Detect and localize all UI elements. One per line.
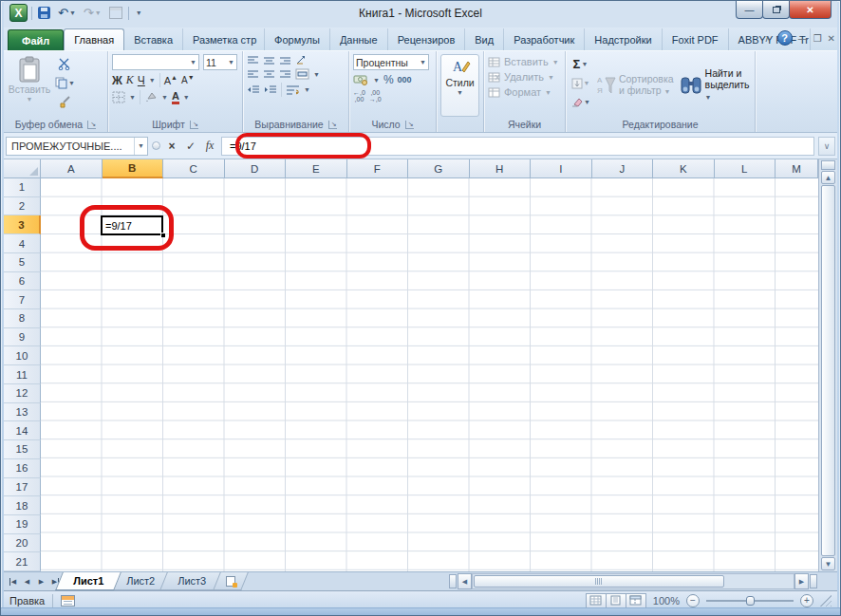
horizontal-scroll-thumb[interactable]: [474, 575, 724, 588]
row-header-11[interactable]: 11: [4, 365, 41, 384]
font-name-combobox[interactable]: ▼: [112, 54, 199, 70]
format-cells-button[interactable]: Формат▼: [488, 86, 561, 98]
prev-sheet-button[interactable]: ◀: [21, 575, 33, 588]
minimize-button[interactable]: —: [736, 1, 763, 19]
column-header-G[interactable]: G: [408, 159, 470, 178]
row-header-4[interactable]: 4: [4, 234, 41, 253]
page-break-view-button[interactable]: [626, 593, 646, 608]
tab-Разработчик[interactable]: Разработчик: [504, 28, 585, 50]
increase-decimal-button[interactable]: ←,0,00: [353, 89, 365, 103]
workbook-minimize-icon[interactable]: —: [798, 33, 808, 44]
paste-button[interactable]: Вставить ▼: [8, 54, 51, 117]
tab-Вставка[interactable]: Вставка: [124, 28, 183, 50]
row-header-3[interactable]: 3: [4, 215, 41, 234]
row-header-14[interactable]: 14: [4, 421, 41, 440]
clear-button[interactable]: ▼: [570, 94, 591, 110]
dialog-launcher-icon[interactable]: ↘: [87, 121, 96, 129]
row-header-17[interactable]: 17: [4, 478, 41, 497]
decrease-decimal-button[interactable]: ,00→,0: [369, 89, 382, 103]
resize-grip[interactable]: [820, 595, 832, 607]
macro-record-icon[interactable]: [61, 595, 75, 607]
row-header-16[interactable]: 16: [4, 459, 41, 478]
row-header-6[interactable]: 6: [4, 272, 41, 291]
align-middle-icon[interactable]: [263, 55, 275, 65]
sort-filter-button[interactable]: АЯ Сортировкаи фильтр ▼: [597, 54, 674, 117]
column-header-J[interactable]: J: [592, 159, 654, 178]
delete-cells-button[interactable]: Удалить▼: [488, 71, 561, 83]
close-button[interactable]: ✕: [789, 1, 832, 19]
row-header-19[interactable]: 19: [4, 515, 41, 534]
zoom-out-icon[interactable]: −: [686, 594, 700, 607]
expand-formula-bar-icon[interactable]: ∨: [818, 137, 835, 156]
column-header-F[interactable]: F: [347, 159, 409, 178]
find-select-button[interactable]: Найти ивыделить ▼: [680, 54, 751, 117]
tab-Вид[interactable]: Вид: [465, 28, 504, 50]
comma-style-button[interactable]: 000: [398, 75, 412, 84]
column-header-M[interactable]: M: [776, 159, 818, 178]
tab-Разметка стр[interactable]: Разметка стр: [183, 28, 265, 50]
fill-button[interactable]: ▼: [570, 75, 591, 91]
italic-button[interactable]: К: [126, 73, 134, 87]
orientation-icon[interactable]: [295, 54, 308, 65]
grow-font-button[interactable]: А▲: [164, 74, 178, 86]
increase-indent-icon[interactable]: [264, 84, 277, 95]
name-box-dropdown-icon[interactable]: ▼: [134, 138, 147, 155]
column-header-H[interactable]: H: [470, 159, 532, 178]
row-header-13[interactable]: 13: [4, 403, 41, 422]
workbook-restore-icon[interactable]: ❐: [813, 33, 822, 44]
align-bottom-icon[interactable]: [279, 55, 291, 65]
horizontal-scrollbar[interactable]: [472, 572, 794, 590]
tab-Данные[interactable]: Данные: [330, 28, 388, 50]
row-header-20[interactable]: 20: [4, 534, 41, 553]
bold-button[interactable]: Ж: [112, 74, 122, 87]
zoom-slider[interactable]: [706, 600, 794, 602]
column-header-B[interactable]: B: [103, 159, 164, 178]
align-center-icon[interactable]: [263, 69, 275, 80]
autosum-button[interactable]: Σ▼: [570, 56, 591, 72]
scroll-up-icon[interactable]: ▲: [821, 171, 835, 184]
tab-file[interactable]: Файл: [8, 29, 64, 50]
next-sheet-button[interactable]: ▶: [35, 575, 47, 588]
formula-input[interactable]: =9/17: [221, 137, 814, 156]
tab-Главная[interactable]: Главная: [64, 28, 124, 50]
column-header-I[interactable]: I: [531, 159, 592, 178]
borders-icon[interactable]: [112, 91, 125, 103]
scroll-right-icon[interactable]: ▶: [794, 573, 809, 589]
row-header-18[interactable]: 18: [4, 496, 41, 515]
active-cell-b3[interactable]: =9/17: [101, 215, 163, 235]
help-icon[interactable]: ?: [777, 30, 793, 46]
insert-function-button[interactable]: fx: [202, 139, 217, 153]
row-header-1[interactable]: 1: [4, 178, 41, 197]
normal-view-button[interactable]: [586, 593, 607, 608]
vertical-scrollbar[interactable]: ▲ ▼: [818, 159, 837, 571]
copy-button[interactable]: ▼: [54, 75, 76, 91]
row-header-15[interactable]: 15: [4, 440, 41, 459]
row-header-12[interactable]: 12: [4, 384, 41, 403]
fill-color-icon[interactable]: [144, 91, 158, 103]
wrap-text-icon[interactable]: [286, 84, 300, 96]
align-right-icon[interactable]: [279, 69, 291, 80]
enter-button[interactable]: ✓: [183, 140, 198, 153]
tab-Рецензиров[interactable]: Рецензиров: [388, 28, 466, 50]
row-header-10[interactable]: 10: [4, 346, 41, 365]
scroll-down-icon[interactable]: ▼: [821, 557, 835, 570]
cancel-button[interactable]: ×: [164, 140, 179, 153]
workbook-close-icon[interactable]: ✕: [828, 33, 835, 44]
column-header-K[interactable]: K: [653, 159, 715, 178]
underline-button[interactable]: Ч: [138, 74, 145, 87]
styles-button[interactable]: A Стили ▼: [440, 54, 479, 117]
percent-style-button[interactable]: %: [383, 73, 394, 86]
restore-button[interactable]: [762, 1, 790, 19]
tab-Надстройки[interactable]: Надстройки: [585, 28, 662, 50]
column-header-E[interactable]: E: [286, 159, 347, 178]
scroll-left-icon[interactable]: ◀: [458, 573, 472, 589]
align-top-icon[interactable]: [247, 55, 259, 65]
decrease-indent-icon[interactable]: [247, 84, 260, 95]
fill-handle[interactable]: [160, 233, 165, 237]
number-format-combobox[interactable]: Процентны▼: [353, 54, 429, 70]
column-header-D[interactable]: D: [225, 159, 287, 178]
collapse-ribbon-icon[interactable]: ∧: [764, 33, 771, 44]
format-painter-button[interactable]: [54, 94, 76, 110]
zoom-slider-thumb[interactable]: [746, 596, 755, 606]
font-size-combobox[interactable]: 11▼: [203, 54, 237, 70]
